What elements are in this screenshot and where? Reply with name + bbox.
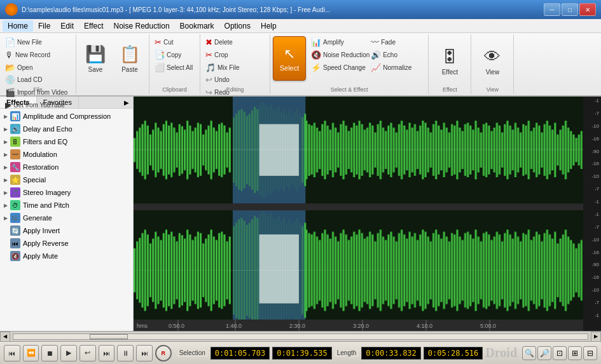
svg-rect-40: [218, 124, 220, 175]
zoom-out[interactable]: 🔎: [537, 346, 551, 360]
svg-rect-128: [451, 124, 453, 175]
waveform-canvas[interactable]: hms 0:50.0 1:40.0 2:30.0 3:20.0 4:10.0 5…: [134, 97, 583, 331]
svg-rect-162: [541, 132, 542, 167]
title-bar-controls[interactable]: ─ □ ✕: [544, 3, 596, 16]
cut-button[interactable]: ✂ Cut: [152, 36, 197, 48]
category-generate[interactable]: ▶ 🎼 Generate: [1, 212, 132, 224]
svg-rect-34: [202, 135, 204, 166]
svg-rect-200: [186, 229, 188, 311]
amplify-button[interactable]: 📊 Amplify: [308, 36, 366, 48]
category-special[interactable]: ▶ ⭐ Special: [1, 173, 132, 186]
minimize-button[interactable]: ─: [544, 3, 560, 16]
zoom-fit[interactable]: ⊡: [553, 346, 567, 360]
scroll-track[interactable]: [13, 334, 588, 340]
crop-button[interactable]: ✂ Crop: [203, 49, 267, 61]
transport-loop[interactable]: ↩: [79, 345, 96, 361]
load-cd-button[interactable]: 💿 Load CD: [3, 74, 73, 86]
category-delay[interactable]: ▶ 🔊 Delay and Echo: [1, 123, 132, 135]
svg-rect-110: [403, 126, 405, 175]
svg-rect-235: [280, 220, 282, 320]
mix-file-button[interactable]: 🎵 Mix File: [203, 62, 267, 74]
scroll-right-arrow[interactable]: ▶: [591, 332, 601, 342]
transport-rewind[interactable]: ⏪: [23, 345, 39, 361]
svg-rect-238: [288, 219, 290, 321]
transport-stop[interactable]: ⏹: [41, 345, 58, 361]
svg-rect-258: [340, 233, 342, 307]
zoom-all[interactable]: ⊟: [583, 346, 597, 360]
category-apply-reverse[interactable]: ▶ ⏮ Apply Reverse: [1, 237, 132, 250]
svg-rect-57: [265, 104, 266, 197]
effect-button[interactable]: 🎛 Effect: [434, 42, 466, 80]
undo-button[interactable]: ↩ Undo: [203, 74, 267, 86]
select-button[interactable]: ↖ Select: [273, 36, 306, 81]
svg-rect-134: [467, 123, 469, 177]
category-filters[interactable]: ▶ 🎚 Filters and EQ: [1, 135, 132, 148]
category-restoration[interactable]: ▶ 🔧 Restoration: [1, 161, 132, 173]
menu-item-options[interactable]: Options: [219, 20, 256, 32]
category-modulation[interactable]: ▶ 〰 Modulation: [1, 148, 132, 161]
menu-item-file[interactable]: File: [33, 20, 55, 32]
new-file-button[interactable]: 📄 New File: [3, 36, 73, 48]
category-timepitch[interactable]: ▶ ⏱ Time and Pitch: [1, 199, 132, 212]
category-apply-invert[interactable]: ▶ 🔄 Apply Invert: [1, 224, 132, 237]
menu-bar: Home File Edit Effect Noise Reduction Bo…: [0, 19, 601, 33]
transport-skip-back[interactable]: ⏮: [4, 345, 20, 361]
get-youtube-button[interactable]: ▶ Get from YouTube: [3, 99, 73, 111]
echo-button[interactable]: 🔊 Echo: [368, 49, 425, 61]
category-amplitude[interactable]: ▶ 📊 Amplitude and Compression: [1, 110, 132, 123]
svg-rect-61: [275, 111, 277, 190]
ribbon-group-file: 📄 New File 🎙 New Record 📂 Open 💿 Load CD…: [0, 34, 76, 94]
svg-rect-266: [361, 233, 363, 307]
zoom-sel[interactable]: ⊞: [568, 346, 582, 360]
new-record-button[interactable]: 🎙 New Record: [3, 49, 73, 61]
svg-rect-63: [280, 112, 282, 188]
fade-button[interactable]: 〰 Fade: [368, 36, 425, 48]
transport-record[interactable]: R: [155, 345, 172, 361]
ribbon-group-select-effect: ↖ Select 📊 Amplify 🔇 Noise Reduction ⚡ S…: [270, 34, 429, 94]
transport-end[interactable]: ⏭: [136, 345, 153, 361]
zoom-in[interactable]: 🔍: [522, 346, 536, 360]
scroll-left-arrow[interactable]: ◀: [0, 332, 10, 342]
svg-rect-309: [474, 229, 476, 311]
transport-play[interactable]: ▶: [60, 345, 77, 361]
svg-rect-133: [464, 124, 466, 175]
svg-rect-15: [152, 130, 154, 170]
effects-panel-arrow[interactable]: ▶: [120, 97, 133, 108]
close-button[interactable]: ✕: [579, 3, 596, 16]
svg-rect-119: [427, 128, 429, 173]
view-button[interactable]: 👁 View: [476, 42, 508, 80]
paste-button[interactable]: 📋 Paste: [113, 36, 146, 81]
svg-rect-284: [409, 232, 411, 309]
svg-rect-58: [267, 107, 269, 193]
maximize-button[interactable]: □: [562, 3, 578, 16]
transport-pause[interactable]: ⏸: [117, 345, 134, 361]
svg-rect-194: [170, 232, 172, 309]
select-all-button[interactable]: ⬜ Select All: [152, 62, 197, 74]
horizontal-scrollbar[interactable]: ◀ ▶: [0, 331, 601, 341]
open-button[interactable]: 📂 Open: [3, 62, 73, 74]
svg-rect-335: [544, 233, 546, 307]
menu-item-noise[interactable]: Noise Reduction: [109, 20, 175, 32]
transport-skip-fwd[interactable]: ⏭: [99, 345, 115, 361]
waveform-container[interactable]: hms 0:50.0 1:40.0 2:30.0 3:20.0 4:10.0 5…: [134, 97, 601, 331]
svg-rect-222: [246, 225, 248, 316]
normalize-button[interactable]: 📈 Normalize: [368, 62, 425, 74]
menu-item-home[interactable]: Home: [3, 20, 33, 32]
category-apply-mute[interactable]: ▶ 🔇 Apply Mute: [1, 250, 132, 262]
menu-item-effect[interactable]: Effect: [79, 20, 108, 32]
svg-rect-158: [530, 131, 532, 169]
menu-item-edit[interactable]: Edit: [55, 20, 79, 32]
delete-button[interactable]: ✖ Delete: [203, 36, 267, 48]
menu-item-bookmark[interactable]: Bookmark: [175, 20, 219, 32]
svg-text:4:10.0: 4:10.0: [417, 323, 432, 329]
save-button[interactable]: 💾 Save: [79, 36, 112, 81]
menu-item-help[interactable]: Help: [256, 20, 282, 32]
noise-reduction-button[interactable]: 🔇 Noise Reduction: [308, 49, 366, 61]
copy-button[interactable]: 📑 Copy: [152, 49, 197, 61]
svg-rect-125: [443, 123, 445, 177]
svg-rect-113: [411, 128, 413, 173]
scroll-thumb[interactable]: [90, 334, 128, 339]
category-stereo[interactable]: ▶ 🎵 Stereo Imagery: [1, 186, 132, 199]
speed-change-button[interactable]: ⚡ Speed Change: [308, 62, 366, 74]
svg-rect-175: [576, 138, 577, 162]
